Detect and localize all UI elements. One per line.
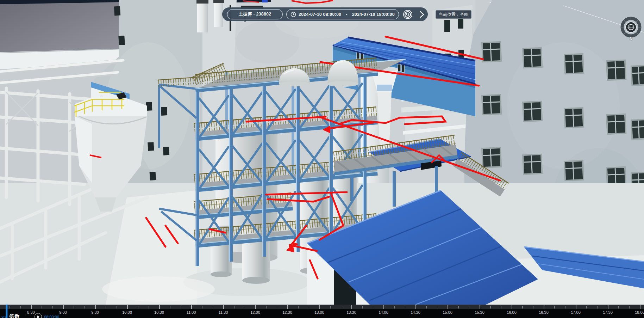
timeline-time-label: 10:00 — [122, 310, 132, 314]
timeline-tick — [245, 306, 245, 308]
timeline-tick — [255, 305, 256, 309]
clock-icon — [290, 12, 296, 17]
chevron-right-icon — [418, 10, 425, 19]
timeline-time-label: 12:30 — [282, 310, 292, 314]
current-location-badge: 当前位置：全图 — [436, 10, 471, 19]
timeline-tick — [426, 306, 427, 308]
timeline-tick — [362, 306, 363, 308]
scene-3d — [0, 0, 644, 305]
timeline-tick — [309, 306, 310, 308]
timeline-time-label: 14:30 — [411, 310, 420, 314]
timeline-tick — [74, 306, 74, 308]
current-location-text: 当前位置：全图 — [439, 12, 468, 18]
timeline-tick — [159, 305, 160, 309]
timeline-tick — [277, 306, 277, 308]
person-selector[interactable]: 王振博 - 238802 — [227, 9, 283, 19]
timeline-tick — [266, 306, 267, 308]
timeline-tick — [234, 306, 235, 308]
timeline-tick — [383, 305, 384, 309]
compass-north-label: N — [620, 37, 642, 41]
timeline-tick — [52, 306, 53, 308]
timeline-tick — [448, 305, 448, 309]
timeline-ruler[interactable] — [0, 305, 644, 309]
timeline-tick — [138, 306, 138, 308]
timeline-tick — [85, 306, 85, 308]
person-label: 王振博 - 238802 — [239, 11, 271, 17]
view-compass[interactable]: N — [620, 17, 642, 42]
timeline-time-label: 18:00 — [635, 310, 644, 314]
next-button[interactable] — [417, 9, 427, 20]
play-icon — [37, 316, 40, 318]
timeline-tick — [202, 306, 202, 308]
speed-multiplier-label: 倍数 — [9, 313, 20, 318]
timeline-tick — [437, 306, 438, 308]
timeline-tick — [298, 306, 299, 308]
timeline-tick — [149, 306, 149, 308]
timeline-tick — [330, 306, 331, 308]
timeline-tick — [95, 305, 96, 309]
timeline-tick — [351, 305, 352, 309]
timeline-tick — [522, 306, 523, 308]
timeline-time-label: 12:00 — [250, 310, 260, 314]
time-start: 2024-07-10 08:00:00 — [299, 12, 341, 17]
timeline-tick — [213, 306, 213, 308]
timeline-tick — [63, 305, 64, 309]
timeline-tick — [287, 305, 288, 309]
timeline-tick — [512, 305, 512, 309]
locate-search-button[interactable] — [402, 9, 413, 20]
timeline-tick — [458, 306, 459, 308]
timeline-time-label: 17:00 — [571, 310, 581, 314]
timeline-tick — [191, 305, 192, 309]
timeline-tick — [117, 306, 117, 308]
timeline-time-label: 13:30 — [346, 310, 356, 314]
speed-value: 20 — [1, 315, 6, 318]
timeline-tick — [127, 305, 128, 309]
timeline-time-label: 16:00 — [507, 310, 517, 314]
time-end: 2024-07-10 18:00:00 — [352, 12, 395, 17]
timeline-time-label: 14:00 — [379, 310, 388, 314]
timeline-tick — [618, 306, 619, 308]
timeline-tick — [629, 306, 630, 308]
timeline-tick — [608, 305, 608, 309]
timeline-tick — [181, 306, 181, 308]
top-toolbar: 王振博 - 238802 2024-07-10 08:00:00 - 2024-… — [222, 7, 428, 21]
timeline-time-label: 15:30 — [475, 310, 484, 314]
timeline-tick — [405, 306, 406, 308]
timeline-time-label: 15:00 — [443, 310, 452, 314]
timeline-time-label: 10:30 — [154, 310, 164, 314]
timeline-tick — [415, 305, 416, 309]
timeline-time-label: 11:30 — [219, 310, 228, 314]
timeline-labels: 8:309:009:3010:0010:3011:0011:3012:0012:… — [0, 309, 644, 318]
timeline-time-label: 11:00 — [187, 310, 196, 314]
time-range-picker[interactable]: 2024-07-10 08:00:00 - 2024-07-10 18:00:0… — [286, 9, 399, 19]
compass-gizmo-icon — [620, 17, 642, 38]
timeline-tick — [554, 306, 555, 308]
timeline-tick — [597, 306, 598, 308]
timeline-tick — [223, 305, 224, 309]
timeline-time-label: 16:30 — [539, 310, 549, 314]
timeline-tick — [480, 305, 480, 309]
timeline-tick — [319, 305, 320, 309]
scene-3d-viewport[interactable] — [0, 0, 644, 318]
current-playback-time: 08:00:00 — [44, 315, 59, 318]
timeline-tick — [533, 306, 534, 308]
timeline-tick — [31, 305, 32, 309]
timeline-tick — [373, 306, 374, 308]
timeline-tick — [586, 306, 587, 308]
timeline-tick — [106, 306, 106, 308]
timeline-tick — [501, 306, 502, 308]
timeline-tick — [490, 306, 491, 308]
timeline-time-label: 9:30 — [91, 310, 99, 314]
timeline-tick — [341, 306, 342, 308]
play-button[interactable] — [35, 313, 42, 318]
timeline-tick — [469, 306, 470, 308]
timeline-time-label: 13:00 — [314, 310, 324, 314]
timeline-tick — [10, 306, 10, 308]
timeline-tick — [544, 305, 544, 309]
search-target-icon — [403, 10, 413, 19]
timeline-tick — [20, 306, 21, 308]
timeline-time-label: 9:00 — [59, 310, 67, 314]
timeline-tick — [394, 306, 395, 308]
timeline-tick — [640, 305, 640, 309]
time-separator: - — [346, 12, 347, 17]
